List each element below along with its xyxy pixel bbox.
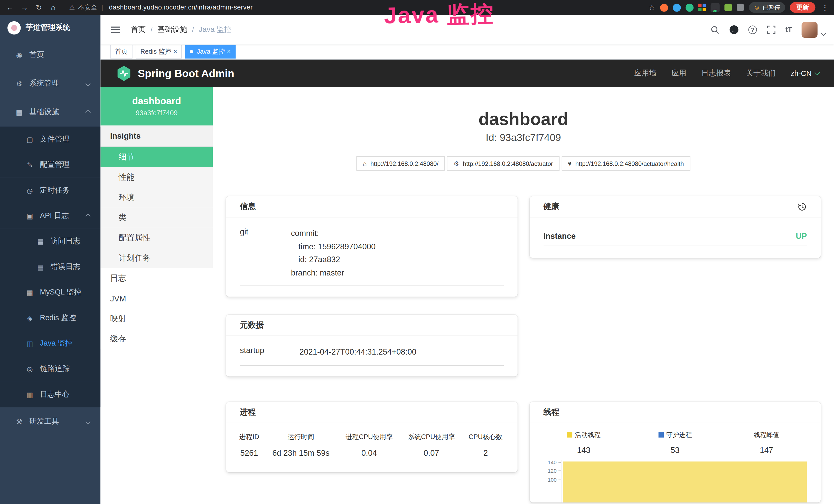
sba-brand[interactable]: Spring Boot Admin — [115, 65, 234, 82]
sidebar-item-trace[interactable]: ◎ 链路追踪 — [0, 356, 101, 382]
sidebar-item-label: 错误日志 — [50, 262, 81, 272]
sidebar-item-file-manage[interactable]: ▢ 文件管理 — [0, 127, 101, 152]
sidebar-item-access-log[interactable]: ▤ 访问日志 — [0, 229, 101, 254]
health-card-title: 健康 — [543, 202, 559, 211]
process-table: 进程ID 运行时间 进程CPU使用率 系统CPU使用率 CPU核心数 5261 — [235, 428, 509, 463]
breadcrumb-infra[interactable]: 基础设施 — [157, 25, 187, 34]
sidebar-item-label: 基础设施 — [29, 107, 59, 117]
sba-brand-title: Spring Boot Admin — [138, 67, 234, 79]
security-chip[interactable]: ⚠ 不安全 | — [69, 3, 104, 12]
menu-item-beans[interactable]: 类 — [101, 207, 213, 228]
github-icon[interactable] — [729, 25, 739, 34]
menu-item-config-props[interactable]: 配置属性 — [101, 228, 213, 248]
tab-java-monitor[interactable]: Java 监控 × — [185, 45, 236, 59]
sidebar-item-redis-monitor[interactable]: ◈ Redis 监控 — [0, 305, 101, 331]
warning-icon: ⚠ — [69, 4, 75, 11]
val-cpu-cores: 2 — [463, 445, 509, 463]
address-bar[interactable]: dashboard.yudao.iocoder.cn/infra/admin-s… — [109, 4, 253, 11]
menu-item-environment[interactable]: 环境 — [101, 187, 213, 207]
extension-green-icon[interactable] — [685, 3, 694, 11]
col-uptime: 运行时间 — [264, 428, 338, 445]
browser-menu-icon[interactable]: ⋮ — [821, 3, 829, 12]
legend-label: 守护进程 — [666, 430, 692, 439]
close-icon[interactable]: × — [227, 48, 231, 55]
menu-item-details[interactable]: 细节 — [101, 147, 213, 167]
refresh-icon[interactable]: ↻ — [34, 0, 44, 15]
locale-selector[interactable]: zh-CN — [791, 69, 819, 77]
sidebar-item-java-monitor[interactable]: ◫ Java 监控 — [0, 331, 101, 356]
close-icon[interactable]: × — [173, 48, 177, 55]
sidebar-item-infra[interactable]: ▤ 基础设施 — [0, 98, 101, 127]
avatar[interactable] — [802, 22, 817, 38]
process-value-row: 5261 6d 23h 15m 59s 0.04 0.07 2 — [235, 445, 509, 463]
sidebar-item-dev-tools[interactable]: ⚒ 研发工具 — [0, 407, 101, 436]
actuator-url-badge[interactable]: ⚙ http://192.168.0.2:48080/actuator — [447, 156, 559, 171]
menu-item-scheduled-tasks[interactable]: 计划任务 — [101, 248, 213, 268]
menu-item-metrics[interactable]: 性能 — [101, 167, 213, 187]
ytick-100: 100 — [538, 477, 562, 486]
git-branch-line: branch: master — [291, 266, 376, 279]
sidebar-item-label: 链路追踪 — [40, 364, 70, 373]
fullscreen-icon[interactable] — [766, 25, 776, 34]
paused-badge[interactable]: ☺ 已暂停 — [749, 2, 785, 13]
sidebar-toggle[interactable] — [109, 24, 123, 35]
metadata-card-title: 元数据 — [226, 315, 517, 336]
health-url-badge[interactable]: ♥ http://192.168.0.2:48080/actuator/heal… — [562, 156, 690, 171]
forward-icon[interactable]: → — [20, 0, 29, 15]
info-key: git — [240, 227, 291, 279]
breadcrumb-separator: / — [151, 25, 153, 33]
nav-applications[interactable]: 应用 — [672, 69, 686, 78]
sidebar-item-label: 配置管理 — [40, 160, 70, 169]
avatar-caret-icon — [821, 30, 826, 36]
service-url-badge[interactable]: ⌂ http://192.168.0.2:48080/ — [356, 156, 445, 171]
extension-drop-icon[interactable] — [673, 3, 681, 11]
infra-icon: ▤ — [15, 108, 23, 116]
sidebar-item-scheduled-jobs[interactable]: ◷ 定时任务 — [0, 178, 101, 203]
sidebar-item-label: 访问日志 — [50, 237, 81, 246]
help-icon[interactable]: ? — [748, 25, 757, 33]
extension-grid-icon[interactable] — [698, 4, 706, 11]
yellow-square-icon — [567, 432, 572, 438]
menu-item-loggers[interactable]: 日志 — [101, 268, 213, 288]
sidebar-item-log-center[interactable]: ▥ 日志中心 — [0, 382, 101, 407]
col-cpu-cores: CPU核心数 — [463, 428, 509, 445]
back-icon[interactable]: ← — [5, 0, 15, 15]
health-instance-row[interactable]: Instance UP — [543, 231, 807, 246]
sidebar-item-label: Java 监控 — [40, 339, 72, 348]
tab-redis-monitor[interactable]: Redis 监控 × — [136, 45, 182, 59]
font-size-icon[interactable]: tT — [786, 25, 792, 33]
menu-item-jvm[interactable]: JVM — [101, 288, 213, 308]
nav-about[interactable]: 关于我们 — [746, 69, 776, 78]
update-button[interactable]: 更新 — [790, 2, 815, 13]
threads-chart-yaxis: 140 120 100 — [538, 460, 562, 502]
extension-fox-icon[interactable] — [660, 3, 668, 11]
tags-view-bar: 首页 Redis 监控 × Java 监控 × — [101, 44, 834, 60]
bookmark-star-icon[interactable]: ☆ — [649, 3, 655, 12]
tab-home[interactable]: 首页 — [110, 45, 133, 59]
instance-name: dashboard — [132, 96, 181, 107]
breadcrumb-home[interactable]: 首页 — [131, 25, 146, 34]
sidebar-item-api-log[interactable]: ▣ API 日志 — [0, 203, 101, 229]
menu-item-caches[interactable]: 缓存 — [101, 329, 213, 349]
app-logo[interactable]: 芋道管理系统 — [0, 15, 101, 40]
search-icon[interactable] — [710, 25, 720, 34]
sidebar-item-system[interactable]: ⚙ 系统管理 — [0, 69, 101, 98]
cards-grid: 信息 git commit: time: 1596289704000 id: 2… — [213, 196, 834, 502]
extensions-puzzle-icon[interactable] — [737, 4, 744, 11]
nav-journal[interactable]: 日志报表 — [701, 69, 731, 78]
menu-item-mappings[interactable]: 映射 — [101, 308, 213, 329]
extension-leaf-icon[interactable] — [724, 4, 732, 11]
sidebar-item-error-log[interactable]: ▤ 错误日志 — [0, 254, 101, 280]
annotation-text: Java 监控 — [384, 0, 495, 28]
instance-header[interactable]: dashboard 93a3fc7f7409 — [101, 87, 213, 125]
health-card-header: 健康 — [529, 196, 821, 217]
redis-icon: ◈ — [25, 314, 34, 322]
nav-wallboard[interactable]: 应用墙 — [634, 69, 657, 78]
history-icon[interactable] — [797, 202, 807, 211]
extension-on-badge[interactable]: on — [710, 3, 720, 12]
home-icon[interactable]: ⌂ — [48, 0, 58, 15]
sidebar-item-config-manage[interactable]: ✎ 配置管理 — [0, 152, 101, 177]
chevron-up-icon — [85, 110, 90, 115]
sidebar-item-mysql-monitor[interactable]: ▦ MySQL 监控 — [0, 280, 101, 305]
sidebar-item-home[interactable]: ◉ 首页 — [0, 40, 101, 69]
